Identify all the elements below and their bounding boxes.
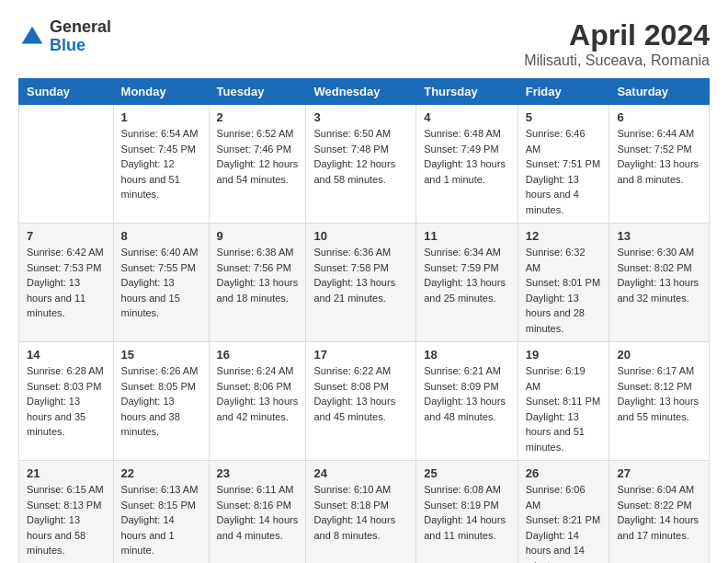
logo-icon bbox=[18, 23, 46, 51]
day-info: Sunrise: 6:21 AMSunset: 8:09 PMDaylight:… bbox=[424, 363, 509, 424]
calendar-week-row: 7Sunrise: 6:42 AMSunset: 7:53 PMDaylight… bbox=[19, 224, 710, 342]
day-header-friday: Friday bbox=[518, 79, 609, 105]
day-number: 18 bbox=[424, 348, 509, 362]
day-info: Sunrise: 6:42 AMSunset: 7:53 PMDaylight:… bbox=[27, 245, 106, 321]
calendar-cell: 21Sunrise: 6:15 AMSunset: 8:13 PMDayligh… bbox=[19, 461, 114, 564]
day-number: 14 bbox=[27, 348, 106, 362]
day-number: 26 bbox=[526, 466, 602, 480]
day-number: 17 bbox=[313, 348, 408, 362]
day-number: 7 bbox=[27, 229, 106, 243]
day-info: Sunrise: 6:15 AMSunset: 8:13 PMDaylight:… bbox=[27, 482, 106, 558]
day-info: Sunrise: 6:50 AMSunset: 7:48 PMDaylight:… bbox=[313, 126, 408, 187]
day-number: 4 bbox=[424, 110, 509, 124]
calendar-cell: 12Sunrise: 6:32 AMSunset: 8:01 PMDayligh… bbox=[518, 224, 609, 342]
day-info: Sunrise: 6:54 AMSunset: 7:45 PMDaylight:… bbox=[121, 126, 201, 202]
calendar-cell: 13Sunrise: 6:30 AMSunset: 8:02 PMDayligh… bbox=[609, 224, 710, 342]
title-block: April 2024 Milisauti, Suceava, Romania bbox=[524, 18, 710, 69]
day-info: Sunrise: 6:24 AMSunset: 8:06 PMDaylight:… bbox=[217, 363, 299, 424]
day-info: Sunrise: 6:46 AMSunset: 7:51 PMDaylight:… bbox=[526, 126, 602, 217]
day-info: Sunrise: 6:08 AMSunset: 8:19 PMDaylight:… bbox=[424, 482, 509, 543]
day-info: Sunrise: 6:34 AMSunset: 7:59 PMDaylight:… bbox=[424, 245, 509, 305]
day-number: 10 bbox=[313, 229, 408, 243]
calendar-cell: 17Sunrise: 6:22 AMSunset: 8:08 PMDayligh… bbox=[306, 342, 416, 461]
calendar-cell: 27Sunrise: 6:04 AMSunset: 8:22 PMDayligh… bbox=[609, 461, 710, 564]
day-info: Sunrise: 6:36 AMSunset: 7:58 PMDaylight:… bbox=[313, 245, 408, 305]
calendar-week-row: 14Sunrise: 6:28 AMSunset: 8:03 PMDayligh… bbox=[19, 342, 710, 461]
logo-general: General bbox=[50, 18, 111, 37]
page-header: General Blue April 2024 Milisauti, Sucea… bbox=[18, 18, 710, 69]
calendar-cell: 2Sunrise: 6:52 AMSunset: 7:46 PMDaylight… bbox=[209, 105, 306, 224]
day-info: Sunrise: 6:44 AMSunset: 7:52 PMDaylight:… bbox=[617, 126, 701, 187]
calendar-table: SundayMondayTuesdayWednesdayThursdayFrid… bbox=[18, 78, 710, 563]
day-header-saturday: Saturday bbox=[609, 79, 710, 105]
day-header-thursday: Thursday bbox=[416, 79, 518, 105]
day-number: 23 bbox=[217, 466, 299, 480]
day-number: 12 bbox=[526, 229, 602, 243]
calendar-cell: 16Sunrise: 6:24 AMSunset: 8:06 PMDayligh… bbox=[209, 342, 306, 461]
logo-blue: Blue bbox=[50, 37, 111, 55]
day-info: Sunrise: 6:04 AMSunset: 8:22 PMDaylight:… bbox=[617, 482, 701, 543]
day-number: 16 bbox=[217, 348, 299, 362]
day-info: Sunrise: 6:06 AMSunset: 8:21 PMDaylight:… bbox=[526, 482, 602, 563]
day-info: Sunrise: 6:32 AMSunset: 8:01 PMDaylight:… bbox=[526, 245, 602, 336]
calendar-cell: 18Sunrise: 6:21 AMSunset: 8:09 PMDayligh… bbox=[416, 342, 518, 461]
day-number: 8 bbox=[121, 229, 201, 243]
logo-text: General Blue bbox=[50, 18, 111, 55]
calendar-cell: 14Sunrise: 6:28 AMSunset: 8:03 PMDayligh… bbox=[19, 342, 114, 461]
day-number: 24 bbox=[313, 466, 408, 480]
day-info: Sunrise: 6:10 AMSunset: 8:18 PMDaylight:… bbox=[313, 482, 408, 543]
day-number: 15 bbox=[121, 348, 201, 362]
calendar-cell: 10Sunrise: 6:36 AMSunset: 7:58 PMDayligh… bbox=[306, 224, 416, 342]
day-header-tuesday: Tuesday bbox=[209, 79, 306, 105]
day-number: 13 bbox=[617, 229, 701, 243]
calendar-cell: 1Sunrise: 6:54 AMSunset: 7:45 PMDaylight… bbox=[113, 105, 209, 224]
day-number: 25 bbox=[424, 466, 509, 480]
day-info: Sunrise: 6:11 AMSunset: 8:16 PMDaylight:… bbox=[217, 482, 299, 543]
day-number: 5 bbox=[526, 110, 602, 124]
day-header-wednesday: Wednesday bbox=[306, 79, 416, 105]
day-header-sunday: Sunday bbox=[19, 79, 114, 105]
location-title: Milisauti, Suceava, Romania bbox=[524, 52, 710, 69]
month-title: April 2024 bbox=[524, 18, 710, 52]
calendar-cell: 4Sunrise: 6:48 AMSunset: 7:49 PMDaylight… bbox=[416, 105, 518, 224]
calendar-cell: 5Sunrise: 6:46 AMSunset: 7:51 PMDaylight… bbox=[518, 105, 609, 224]
day-number: 1 bbox=[121, 110, 201, 124]
calendar-cell: 8Sunrise: 6:40 AMSunset: 7:55 PMDaylight… bbox=[113, 224, 209, 342]
calendar-cell: 3Sunrise: 6:50 AMSunset: 7:48 PMDaylight… bbox=[306, 105, 416, 224]
day-info: Sunrise: 6:26 AMSunset: 8:05 PMDaylight:… bbox=[121, 363, 201, 440]
day-number: 2 bbox=[217, 110, 299, 124]
day-number: 6 bbox=[617, 110, 701, 124]
calendar-cell: 6Sunrise: 6:44 AMSunset: 7:52 PMDaylight… bbox=[609, 105, 710, 224]
calendar-cell: 24Sunrise: 6:10 AMSunset: 8:18 PMDayligh… bbox=[306, 461, 416, 564]
calendar-cell: 20Sunrise: 6:17 AMSunset: 8:12 PMDayligh… bbox=[609, 342, 710, 461]
day-number: 27 bbox=[617, 466, 701, 480]
day-info: Sunrise: 6:13 AMSunset: 8:15 PMDaylight:… bbox=[121, 482, 201, 558]
logo: General Blue bbox=[18, 18, 111, 55]
day-number: 11 bbox=[424, 229, 509, 243]
day-info: Sunrise: 6:40 AMSunset: 7:55 PMDaylight:… bbox=[121, 245, 201, 321]
calendar-cell: 25Sunrise: 6:08 AMSunset: 8:19 PMDayligh… bbox=[416, 461, 518, 564]
calendar-cell: 22Sunrise: 6:13 AMSunset: 8:15 PMDayligh… bbox=[113, 461, 209, 564]
day-number: 19 bbox=[526, 348, 602, 362]
calendar-cell: 26Sunrise: 6:06 AMSunset: 8:21 PMDayligh… bbox=[518, 461, 609, 564]
day-number: 22 bbox=[121, 466, 201, 480]
calendar-cell: 7Sunrise: 6:42 AMSunset: 7:53 PMDaylight… bbox=[19, 224, 114, 342]
calendar-cell bbox=[19, 105, 114, 224]
calendar-cell: 11Sunrise: 6:34 AMSunset: 7:59 PMDayligh… bbox=[416, 224, 518, 342]
calendar-cell: 19Sunrise: 6:19 AMSunset: 8:11 PMDayligh… bbox=[518, 342, 609, 461]
day-number: 9 bbox=[217, 229, 299, 243]
calendar-week-row: 1Sunrise: 6:54 AMSunset: 7:45 PMDaylight… bbox=[19, 105, 710, 224]
day-number: 20 bbox=[617, 348, 701, 362]
day-info: Sunrise: 6:17 AMSunset: 8:12 PMDaylight:… bbox=[617, 363, 701, 424]
day-number: 3 bbox=[313, 110, 408, 124]
day-info: Sunrise: 6:52 AMSunset: 7:46 PMDaylight:… bbox=[217, 126, 299, 187]
day-header-monday: Monday bbox=[113, 79, 209, 105]
day-info: Sunrise: 6:28 AMSunset: 8:03 PMDaylight:… bbox=[27, 363, 106, 440]
day-info: Sunrise: 6:48 AMSunset: 7:49 PMDaylight:… bbox=[424, 126, 509, 187]
day-info: Sunrise: 6:19 AMSunset: 8:11 PMDaylight:… bbox=[526, 363, 602, 454]
day-info: Sunrise: 6:22 AMSunset: 8:08 PMDaylight:… bbox=[313, 363, 408, 424]
day-info: Sunrise: 6:38 AMSunset: 7:56 PMDaylight:… bbox=[217, 245, 299, 305]
calendar-header-row: SundayMondayTuesdayWednesdayThursdayFrid… bbox=[19, 79, 710, 105]
day-number: 21 bbox=[27, 466, 106, 480]
calendar-cell: 15Sunrise: 6:26 AMSunset: 8:05 PMDayligh… bbox=[113, 342, 209, 461]
